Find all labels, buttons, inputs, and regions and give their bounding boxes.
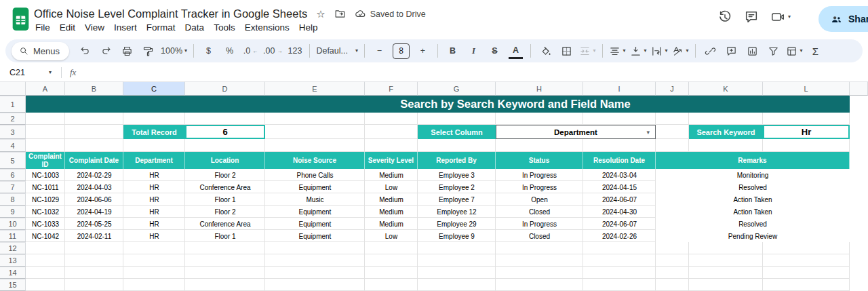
column-header-I[interactable]: I — [583, 81, 656, 96]
column-header-B[interactable]: B — [65, 81, 123, 96]
table-cell[interactable]: NC-1003 — [26, 169, 65, 181]
zoom-select[interactable]: 100% ▾ — [159, 42, 189, 60]
cell[interactable] — [123, 113, 185, 125]
table-cell[interactable]: 2024-06-07 — [583, 218, 656, 230]
row-header-4[interactable]: 4 — [0, 139, 26, 152]
cell[interactable] — [418, 254, 496, 267]
table-cell[interactable]: Pending Review — [656, 230, 850, 242]
table-cell[interactable]: In Progress — [496, 218, 583, 230]
cell[interactable] — [185, 267, 265, 279]
select-all-corner[interactable] — [0, 81, 26, 96]
column-header-G[interactable]: G — [418, 81, 496, 96]
table-header-cell[interactable]: Complaint Date — [65, 152, 123, 169]
table-cell[interactable]: Employee 3 — [418, 169, 496, 181]
table-cell[interactable]: 2024-06-06 — [65, 193, 123, 206]
column-header-H[interactable]: H — [496, 81, 583, 96]
horizontal-align-button[interactable]: ▾ — [607, 42, 628, 60]
table-cell[interactable]: 2024-04-19 — [65, 206, 123, 218]
table-header-cell[interactable]: Department — [123, 152, 185, 169]
cell[interactable] — [763, 254, 850, 267]
table-cell[interactable]: 2024-05-25 — [65, 218, 123, 230]
cell[interactable] — [65, 113, 123, 125]
cell[interactable] — [656, 113, 689, 125]
document-title[interactable]: Office Noise Level Complaint Tracker in … — [34, 7, 307, 20]
saved-status-chip[interactable]: Saved to Drive — [355, 8, 426, 20]
table-cell[interactable]: 2024-06-07 — [583, 193, 656, 206]
move-to-folder-icon[interactable] — [334, 8, 346, 20]
cell[interactable] — [689, 139, 763, 152]
cell[interactable] — [65, 242, 123, 254]
table-cell[interactable]: Floor 2 — [185, 169, 265, 181]
comments-icon[interactable] — [744, 9, 759, 24]
star-icon[interactable]: ☆ — [316, 9, 325, 19]
cell[interactable] — [418, 113, 496, 125]
row-header-10[interactable]: 10 — [0, 218, 26, 230]
menu-file[interactable]: File — [31, 21, 55, 34]
font-select[interactable]: Defaul... ▾ — [314, 42, 360, 60]
table-cell[interactable]: HR — [123, 218, 185, 230]
select-column-label[interactable]: Select Column — [418, 125, 496, 139]
cell[interactable] — [265, 254, 365, 267]
paint-format-button[interactable] — [138, 42, 159, 60]
cell[interactable] — [418, 267, 496, 279]
table-cell[interactable]: NC-1011 — [26, 181, 65, 193]
column-header-C[interactable]: C — [123, 81, 185, 96]
column-header-D[interactable]: D — [185, 81, 265, 96]
cell[interactable] — [583, 113, 656, 125]
table-cell[interactable]: HR — [123, 169, 185, 181]
table-header-cell[interactable]: Reported By — [418, 152, 496, 169]
row-header-11[interactable]: 11 — [0, 230, 26, 242]
table-views-button[interactable]: ▾ — [784, 42, 805, 60]
table-cell[interactable]: Medium — [365, 169, 418, 181]
table-cell[interactable]: Equipment — [265, 230, 365, 242]
insert-link-button[interactable] — [700, 42, 721, 60]
cell[interactable] — [418, 139, 496, 152]
font-size-input[interactable]: 8 — [393, 43, 410, 59]
column-header-J[interactable]: J — [656, 81, 689, 96]
row-header-12[interactable]: 12 — [0, 242, 26, 254]
cell[interactable] — [185, 279, 265, 291]
print-button[interactable] — [117, 42, 138, 60]
cell[interactable] — [26, 125, 65, 139]
cell[interactable] — [365, 242, 418, 254]
table-cell[interactable]: HR — [123, 193, 185, 206]
table-cell[interactable]: 2024-02-11 — [65, 230, 123, 242]
cell[interactable] — [65, 254, 123, 267]
table-cell[interactable]: Medium — [365, 206, 418, 218]
fill-color-button[interactable] — [535, 42, 556, 60]
total-record-value[interactable]: 6 — [185, 125, 265, 139]
cell[interactable] — [656, 242, 689, 254]
row-header-8[interactable]: 8 — [0, 193, 26, 206]
table-cell[interactable]: 2024-02-26 — [583, 230, 656, 242]
banner-cell[interactable]: Search by Search Keyword and Field Name — [26, 96, 850, 113]
cell[interactable] — [656, 279, 689, 291]
row-header-15[interactable]: 15 — [0, 279, 26, 291]
format-currency-button[interactable]: $ — [198, 42, 219, 60]
cell[interactable] — [265, 267, 365, 279]
cell[interactable] — [583, 267, 656, 279]
cell[interactable] — [689, 267, 763, 279]
cell[interactable] — [365, 267, 418, 279]
cell[interactable] — [496, 113, 583, 125]
table-cell[interactable]: Equipment — [265, 218, 365, 230]
table-header-cell[interactable]: Location — [185, 152, 265, 169]
cell[interactable] — [265, 139, 365, 152]
cell[interactable] — [65, 125, 123, 139]
table-cell[interactable]: Medium — [365, 218, 418, 230]
cell[interactable] — [365, 139, 418, 152]
cell[interactable] — [123, 267, 185, 279]
italic-button[interactable]: I — [463, 42, 484, 60]
cell[interactable] — [656, 125, 689, 139]
text-color-button[interactable]: A — [505, 41, 526, 61]
cell[interactable] — [123, 139, 185, 152]
table-cell[interactable]: Floor 2 — [185, 206, 265, 218]
menu-help[interactable]: Help — [294, 21, 323, 34]
table-cell[interactable]: 2024-04-30 — [583, 206, 656, 218]
cell[interactable] — [656, 139, 689, 152]
cell[interactable] — [123, 254, 185, 267]
meet-button[interactable]: ▾ — [770, 9, 791, 24]
menu-insert[interactable]: Insert — [109, 21, 142, 34]
cell[interactable] — [496, 242, 583, 254]
cell[interactable] — [365, 125, 418, 139]
row-header-13[interactable]: 13 — [0, 254, 26, 267]
